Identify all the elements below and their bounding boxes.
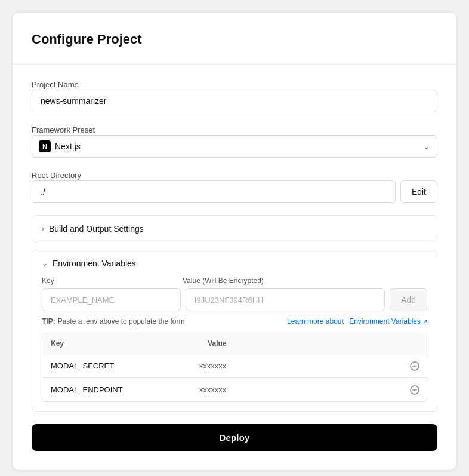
root-dir-label: Root Directory	[32, 171, 81, 180]
env-section-body: Key Value (Will Be Encrypted) Add TIP: P…	[32, 277, 437, 411]
table-row: MODAL_SECRET xxxxxxx	[42, 354, 427, 378]
root-dir-row: Edit	[32, 180, 437, 203]
nextjs-icon: N	[39, 140, 51, 152]
framework-preset-group: Framework Preset N Next.js ⌄	[32, 124, 437, 158]
build-output-section: › Build and Output Settings	[32, 215, 437, 242]
env-section-header[interactable]: ⌄ Environment Variables	[32, 250, 437, 277]
external-link-icon: ↗	[422, 318, 427, 325]
build-output-chevron-icon: ›	[42, 225, 44, 233]
table-row: MODAL_ENDPOINT xxxxxxx	[42, 378, 427, 401]
env-row-key: MODAL_ENDPOINT	[42, 378, 191, 401]
tip-row: TIP: Paste a .env above to populate the …	[42, 317, 427, 325]
root-dir-input[interactable]	[32, 180, 396, 203]
env-row-key: MODAL_SECRET	[42, 354, 191, 377]
env-table-header: Key Value	[42, 333, 427, 354]
env-table-key-header: Key	[42, 333, 199, 354]
learn-more-link[interactable]: Learn more about Environment Variables ↗	[287, 317, 427, 325]
divider	[13, 64, 456, 65]
env-section-title: Environment Variables	[53, 259, 136, 268]
env-row-value: xxxxxxx	[191, 354, 405, 377]
env-vars-link-text: Environment Variables	[349, 317, 421, 325]
root-directory-group: Root Directory Edit	[32, 170, 437, 203]
env-value-input[interactable]	[186, 288, 385, 311]
fields-area: Project Name Framework Preset N Next.js …	[32, 79, 437, 412]
project-name-group: Project Name	[32, 79, 437, 112]
learn-more-prefix: Learn more about	[287, 317, 344, 325]
env-key-input[interactable]	[42, 288, 181, 311]
build-output-header[interactable]: › Build and Output Settings	[32, 216, 437, 242]
env-labels-row: Key Value (Will Be Encrypted)	[42, 277, 427, 285]
tip-text-group: TIP: Paste a .env above to populate the …	[42, 317, 184, 325]
build-output-title: Build and Output Settings	[49, 224, 144, 234]
minus-circle-icon	[410, 385, 419, 395]
env-remove-button[interactable]	[405, 380, 424, 400]
env-row-value: xxxxxxx	[191, 378, 405, 401]
configure-project-card: Configure Project Project Name Framework…	[12, 12, 457, 471]
add-env-button[interactable]: Add	[390, 288, 427, 311]
deploy-button[interactable]: Deploy	[32, 424, 437, 451]
env-remove-button[interactable]	[405, 357, 424, 376]
tip-body: Paste a .env above to populate the form	[58, 317, 185, 325]
env-table-value-header: Value	[199, 333, 427, 354]
project-name-input[interactable]	[32, 90, 437, 112]
page-title: Configure Project	[32, 32, 437, 47]
tip-label: TIP:	[42, 317, 55, 325]
env-variables-section: ⌄ Environment Variables Key Value (Will …	[32, 250, 437, 412]
minus-circle-icon	[410, 361, 419, 371]
edit-button[interactable]: Edit	[400, 180, 437, 203]
env-key-col-label: Key	[42, 277, 178, 285]
env-chevron-icon: ⌄	[42, 259, 48, 268]
framework-select[interactable]: Next.js	[32, 135, 437, 158]
env-inputs-row: Add	[42, 288, 427, 311]
env-value-col-label: Value (Will Be Encrypted)	[183, 277, 387, 285]
env-table: Key Value MODAL_SECRET xxxxxxx	[42, 333, 427, 402]
framework-label: Framework Preset	[32, 125, 95, 134]
project-name-label: Project Name	[32, 80, 79, 89]
framework-select-wrapper: N Next.js ⌄	[32, 135, 437, 158]
